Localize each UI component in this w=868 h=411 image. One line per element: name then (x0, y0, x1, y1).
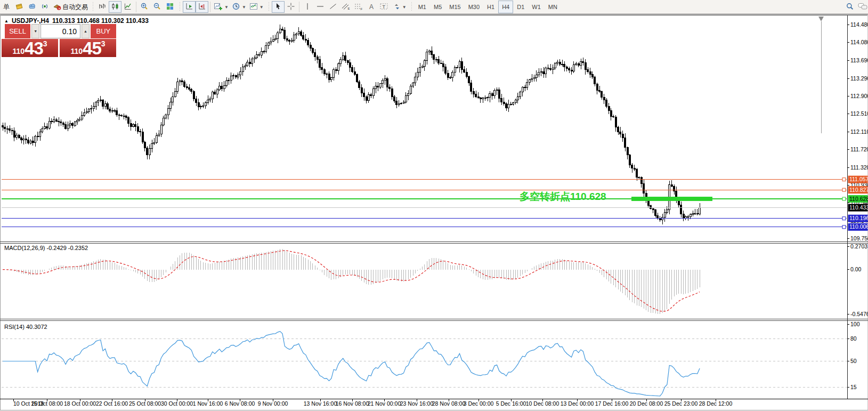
sell-price-button[interactable]: 110433 (2, 39, 58, 57)
macd-panel[interactable] (2, 244, 847, 318)
crosshair-button[interactable] (285, 1, 297, 13)
horizontal-line-icon (316, 2, 325, 12)
chart-shift-button[interactable] (196, 1, 208, 13)
fibonacci-icon: F (354, 2, 363, 12)
buy-button[interactable]: BUY (91, 24, 116, 38)
symbol-title: USDJPY-,H4 (12, 17, 49, 25)
autotrading-label: 自动交易 (62, 3, 88, 12)
arrows-button[interactable]: ▼ (391, 1, 408, 13)
timeframe-MN[interactable]: MN (545, 1, 561, 13)
autotrading-button[interactable]: 自动交易 (51, 1, 90, 13)
hline-handle[interactable] (842, 217, 846, 220)
horizontal-line-button[interactable] (314, 1, 327, 13)
time-tick-label: 5 Dec 16:00 (496, 400, 526, 407)
vertical-line-button[interactable] (301, 1, 314, 13)
svg-text:E: E (348, 7, 350, 10)
dropdown-caret: ▼ (224, 5, 229, 10)
volume-increase-button[interactable]: ▲ (82, 24, 90, 38)
search-button[interactable] (843, 1, 856, 13)
indicators-button[interactable]: ▼ (212, 1, 230, 13)
hline-handle[interactable] (842, 197, 846, 200)
buy-price-prefix: 110 (70, 46, 83, 57)
channel-button[interactable]: E (339, 1, 352, 13)
price-tag-label: 110.628 (849, 196, 868, 202)
time-tick-label: 30 Oct 00:00 (161, 400, 193, 407)
time-tick-label: 13 Dec 00:00 (561, 400, 594, 407)
toolbar-grip (179, 2, 181, 12)
cloud-icon (28, 2, 36, 12)
bar-chart-button[interactable] (96, 1, 109, 13)
sell-price-prefix: 110 (12, 46, 25, 57)
dropdown-caret: ▼ (402, 5, 407, 10)
trendline-button[interactable] (327, 1, 339, 13)
templates-button[interactable]: ▼ (248, 1, 265, 13)
zoom-in-icon (140, 2, 149, 12)
rsi-axis-label: 50 (850, 358, 857, 364)
hline-handle[interactable] (842, 178, 846, 181)
time-tick-label: 28 Nov 08:00 (432, 400, 466, 407)
volume-decrease-button[interactable]: ▼ (31, 24, 39, 38)
label-button[interactable]: T (378, 1, 391, 13)
price-tag-label: 110.196 (849, 215, 868, 221)
timeframe-H1[interactable]: H1 (483, 1, 498, 13)
time-tick-label: 17 Dec 16:00 (595, 400, 629, 407)
price-tick-label: 111.320 (850, 164, 868, 171)
timeframe-W1[interactable]: W1 (528, 1, 545, 13)
zoom-out-button[interactable] (151, 1, 164, 13)
volume-input[interactable]: 0.10 (40, 24, 80, 38)
price-tick-label: 112.900 (850, 93, 868, 99)
history-center-button[interactable] (13, 1, 26, 13)
collapse-icon[interactable]: ▲ (4, 19, 9, 23)
toolbar: 单 自动交易 ▼ ▼ ▼ E F A T ▼ M1M (0, 0, 868, 14)
time-tick-label: 18 Oct 00:00 (64, 400, 96, 407)
candlestick-chart-button[interactable] (109, 1, 121, 13)
signal-icon (40, 2, 49, 12)
candlestick-icon (111, 2, 119, 12)
periods-button[interactable]: ▼ (230, 1, 248, 13)
chart-canvas[interactable]: 114.480114.080113.690113.290112.900112.5… (0, 15, 868, 411)
vertical-line-icon (304, 2, 311, 12)
time-tick-label: 16 Nov 08:00 (336, 400, 369, 407)
time-tick-label: 23 Nov 16:00 (400, 400, 434, 407)
chat-button[interactable] (856, 1, 868, 13)
dropdown-caret: ▼ (242, 5, 246, 10)
timeframe-M1[interactable]: M1 (415, 1, 430, 13)
hline-handle[interactable] (842, 188, 846, 191)
sell-button[interactable]: SELL (5, 24, 30, 38)
text-button[interactable]: A (365, 1, 378, 13)
svg-text:T: T (383, 4, 386, 9)
price-tick-label: 112.510 (850, 110, 868, 117)
tile-windows-icon (166, 2, 174, 12)
timeframe-M5[interactable]: M5 (430, 1, 445, 13)
time-tick-label: 10 Dec 08:00 (526, 400, 559, 407)
community-button[interactable] (26, 1, 38, 13)
time-tick-label: 25 Oct 08:00 (129, 400, 161, 407)
hline-handle[interactable] (842, 225, 846, 229)
chart-window: 114.480114.080113.690113.290112.900112.5… (0, 15, 868, 411)
arrows-icon (392, 2, 401, 12)
green-trend-segment[interactable] (631, 197, 712, 201)
cursor-button[interactable] (272, 1, 285, 13)
fibonacci-button[interactable]: F (352, 1, 365, 13)
macd-axis-label: 0.00 (850, 266, 862, 272)
buy-price-button[interactable]: 110453 (60, 39, 116, 57)
new-order-label: 单 (3, 3, 10, 12)
price-tick-label: 109.750 (850, 235, 868, 241)
tile-windows-button[interactable] (164, 1, 176, 13)
new-order-button[interactable]: 单 (0, 1, 13, 13)
label-icon: T (379, 2, 388, 12)
mt4-window: 单 自动交易 ▼ ▼ ▼ E F A T ▼ M1M (0, 0, 868, 411)
timeframe-D1[interactable]: D1 (513, 1, 528, 13)
timeframe-M15[interactable]: M15 (445, 1, 464, 13)
timeframe-M30[interactable]: M30 (465, 1, 483, 13)
timeframe-H4[interactable]: H4 (498, 1, 513, 13)
signals-button[interactable] (38, 1, 51, 13)
time-tick-label: 15 Oct 08:00 (31, 400, 63, 407)
auto-scroll-button[interactable] (183, 1, 196, 13)
line-chart-button[interactable] (121, 1, 134, 13)
zoom-in-button[interactable] (138, 1, 151, 13)
time-tick-label: 13 Nov 16:00 (304, 400, 337, 407)
price-tag-label: 111.057 (849, 176, 868, 182)
book-icon (15, 2, 23, 12)
toolbar-separator (299, 2, 299, 12)
